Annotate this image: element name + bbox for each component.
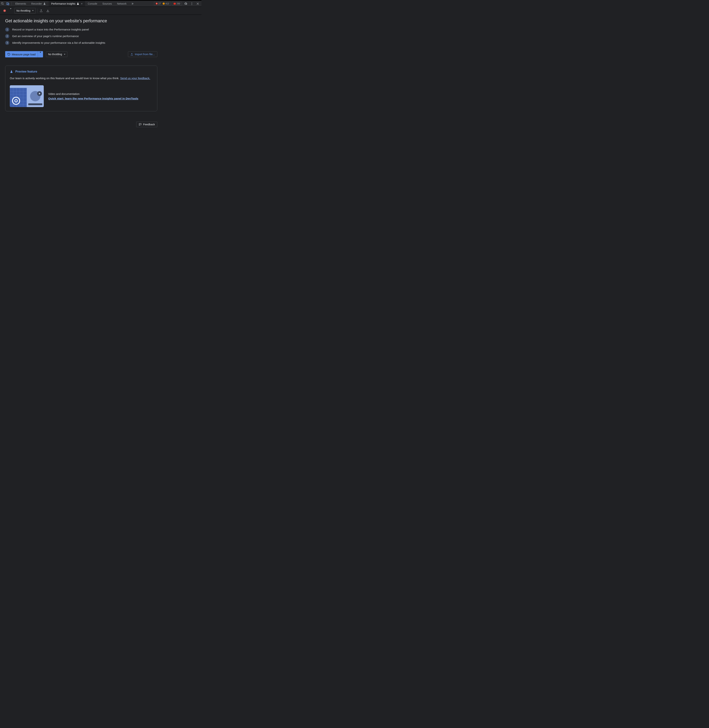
devtools-tab-bar: Elements Recorder Performance insights ×…: [0, 0, 201, 7]
tab-label: Recorder: [31, 2, 42, 5]
step-item: 3Identify improvements to your performan…: [5, 41, 157, 45]
page-title: Get actionable insights on your website'…: [5, 19, 157, 23]
flask-icon: [10, 70, 13, 73]
warnings-count: 413: [165, 2, 169, 5]
tabs-overflow[interactable]: [129, 1, 136, 6]
chevron-down-icon: [32, 10, 34, 11]
svg-point-3: [192, 2, 192, 3]
issues-counter[interactable]: 250: [172, 2, 182, 6]
preview-title: Preview feature: [15, 70, 37, 73]
tab-label: Console: [88, 2, 97, 5]
tab-console[interactable]: Console: [85, 1, 100, 6]
step-text: Record or import a trace into the Perfor…: [12, 28, 89, 31]
tab-recorder[interactable]: Recorder: [29, 1, 48, 6]
inspect-element-icon[interactable]: [0, 1, 5, 6]
close-icon: [196, 2, 200, 5]
errors-counter[interactable]: ✕ 27: [155, 2, 162, 5]
import-label: Import from file...: [135, 53, 155, 56]
settings-button[interactable]: [183, 2, 188, 5]
send-feedback-link[interactable]: Send us your feedback.: [120, 77, 150, 80]
kebab-icon: [190, 2, 194, 5]
step-item: 1Record or import a trace into the Perfo…: [5, 28, 157, 32]
gear-icon: [184, 2, 187, 5]
preview-title-row: Preview feature: [10, 70, 153, 73]
measure-page-load-button[interactable]: Measure page load: [5, 51, 43, 57]
reload-icon: [7, 53, 10, 56]
tab-network[interactable]: Network: [114, 1, 129, 6]
chat-icon: [139, 123, 142, 126]
step-text: Get an overview of your page's runtime p…: [12, 35, 79, 38]
step-number: 1: [5, 28, 9, 32]
error-icon: ✕: [156, 3, 158, 4]
upload-icon: [39, 9, 43, 12]
step-number: 2: [5, 34, 9, 38]
flask-icon: [76, 2, 79, 5]
video-row: Video and documentation Quick start: lea…: [10, 85, 153, 107]
more-button[interactable]: [190, 2, 194, 5]
video-thumbnail[interactable]: [10, 85, 44, 107]
progress-bar-icon: [28, 103, 42, 105]
step-text: Identify improvements to your performanc…: [12, 41, 105, 45]
step-number: 3: [5, 41, 9, 45]
steps-list: 1Record or import a trace into the Perfo…: [5, 28, 157, 45]
chevron-double-right-icon: [131, 2, 134, 5]
preview-description: Our team is actively working on this fea…: [10, 76, 153, 80]
issue-icon: [174, 3, 176, 4]
feedback-button[interactable]: Feedback: [136, 122, 157, 127]
upload-icon: [130, 53, 133, 56]
console-counters[interactable]: ✕ 27 ! 413: [154, 2, 171, 6]
device-toggle-icon[interactable]: [5, 1, 10, 6]
throttling-select[interactable]: No throttling: [15, 8, 36, 13]
tab-performance-insights[interactable]: Performance insights ×: [48, 1, 85, 6]
chrome-logo-icon: [12, 97, 20, 105]
record-icon: [3, 9, 6, 12]
play-icon: [37, 91, 42, 96]
close-devtools-button[interactable]: [195, 2, 200, 5]
errors-count: 27: [158, 2, 161, 5]
issues-count: 250: [177, 2, 180, 5]
feedback-row: Feedback: [5, 122, 157, 127]
quick-start-link[interactable]: Quick start: learn the new Performance I…: [48, 97, 138, 100]
chevron-down-icon: [10, 8, 12, 12]
warnings-counter[interactable]: ! 413: [162, 2, 170, 5]
throttling-value: No throttling: [16, 9, 30, 12]
export-button[interactable]: [39, 9, 44, 12]
record-button[interactable]: [2, 9, 7, 13]
action-row: Measure page load No throttling Import f…: [5, 51, 157, 57]
step-item: 2Get an overview of your page's runtime …: [5, 34, 157, 38]
flask-icon: [43, 2, 46, 5]
tab-label: Sources: [102, 2, 112, 5]
warning-icon: !: [163, 3, 165, 4]
preview-feature-box: Preview feature Our team is actively wor…: [5, 66, 157, 111]
record-menu-caret[interactable]: [9, 8, 13, 13]
tab-label: Performance insights: [51, 2, 76, 5]
panel-main: Get actionable insights on your website'…: [0, 15, 162, 131]
import-from-file-button[interactable]: Import from file...: [128, 51, 157, 57]
chevron-down-icon: [40, 52, 41, 56]
svg-rect-1: [6, 3, 8, 4]
feedback-label: Feedback: [143, 123, 155, 126]
close-icon[interactable]: ×: [80, 2, 83, 5]
video-text: Video and documentation Quick start: lea…: [48, 92, 138, 100]
svg-point-4: [192, 3, 192, 4]
throttling-value: No throttling: [48, 53, 62, 56]
tab-sources[interactable]: Sources: [100, 1, 114, 6]
tab-label: Elements: [15, 2, 26, 5]
svg-point-5: [192, 4, 192, 5]
panel-toolbar: No throttling: [0, 7, 201, 15]
download-icon: [46, 9, 50, 12]
measure-menu-caret[interactable]: [38, 51, 43, 57]
tabbar-right: ✕ 27 ! 413 250: [154, 1, 201, 6]
measure-label: Measure page load: [12, 53, 35, 56]
preview-desc-text: Our team is actively working on this fea…: [10, 77, 120, 80]
throttling-select-2[interactable]: No throttling: [46, 51, 67, 57]
tab-elements[interactable]: Elements: [13, 1, 29, 6]
tab-label: Network: [117, 2, 127, 5]
tabs-container: Elements Recorder Performance insights ×…: [13, 1, 136, 6]
chevron-down-icon: [64, 54, 66, 55]
import-button[interactable]: [46, 9, 51, 12]
video-section-title: Video and documentation: [48, 92, 138, 95]
